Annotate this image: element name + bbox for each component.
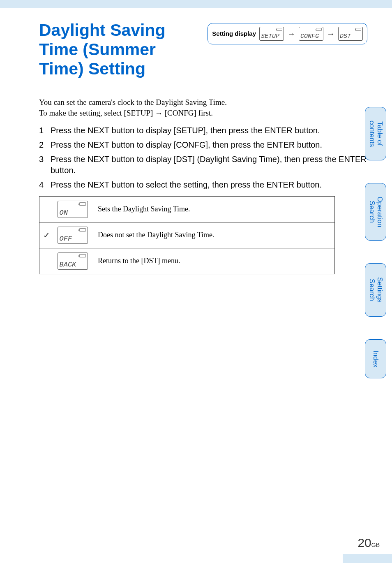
setting-display-label: Setting display <box>212 30 256 37</box>
option-icon-cell: BACK <box>54 248 91 274</box>
lcd-text: CONFG <box>300 33 319 40</box>
step-item: 1Press the NEXT button to display [SETUP… <box>39 125 367 136</box>
step-number: 1 <box>39 125 46 136</box>
lcd-text: SETUP <box>261 33 279 40</box>
battery-icon <box>355 28 361 31</box>
side-tabs: Table of contents Operation Search Setti… <box>365 107 386 378</box>
tab-index[interactable]: Index <box>365 339 386 378</box>
step-item: 3Press the NEXT button to display [DST] … <box>39 154 367 176</box>
options-table: ON Sets the Daylight Saving Time. ✓ OFF … <box>39 196 335 274</box>
page-content: Daylight Saving Time (Summer Time) Setti… <box>0 8 392 274</box>
battery-icon <box>277 28 282 31</box>
lcd-text: ON <box>60 209 68 217</box>
battery-icon <box>79 254 86 257</box>
option-description: Sets the Daylight Saving Time. <box>91 196 335 222</box>
intro-line-2-post: [CONFG] first. <box>163 109 213 117</box>
bottom-accent-bar <box>343 554 392 563</box>
lcd-screen-dst: DST <box>338 27 363 41</box>
option-icon-cell: ON <box>54 196 91 222</box>
battery-icon <box>79 202 86 206</box>
tab-settings-search[interactable]: Settings Search <box>365 263 386 317</box>
lcd-text: DST <box>340 33 351 40</box>
table-row: ✓ OFF Does not set the Daylight Saving T… <box>39 222 335 248</box>
step-number: 3 <box>39 154 46 176</box>
battery-icon <box>79 228 86 232</box>
lcd-text: OFF <box>60 235 72 243</box>
lcd-screen-confg: CONFG <box>299 27 323 41</box>
arrow-right-icon: → <box>155 108 163 119</box>
title-row: Daylight Saving Time (Summer Time) Setti… <box>39 21 367 79</box>
page-number: 20GB <box>357 536 380 550</box>
page-title: Daylight Saving Time (Summer Time) Setti… <box>39 21 195 79</box>
option-description: Does not set the Daylight Saving Time. <box>91 222 335 248</box>
steps-list: 1Press the NEXT button to display [SETUP… <box>39 125 367 190</box>
step-text: Press the NEXT button to display [DST] (… <box>51 154 367 176</box>
intro-line-1: You can set the camera's clock to the Da… <box>39 97 367 108</box>
arrow-right-icon: → <box>287 29 295 39</box>
default-mark <box>39 196 54 222</box>
intro-text: You can set the camera's clock to the Da… <box>39 97 367 118</box>
step-number: 2 <box>39 139 46 151</box>
lcd-text: BACK <box>60 261 76 269</box>
page-number-value: 20 <box>357 536 371 549</box>
arrow-right-icon: → <box>327 29 335 39</box>
battery-icon <box>316 28 322 31</box>
option-icon-cell: OFF <box>54 222 91 248</box>
step-number: 4 <box>39 179 46 190</box>
step-item: 4Press the NEXT button to select the set… <box>39 179 367 190</box>
step-item: 2Press the NEXT button to display [CONFG… <box>39 139 367 151</box>
intro-line-2: To make the setting, select [SETUP] → [C… <box>39 108 367 118</box>
step-text: Press the NEXT button to display [SETUP]… <box>51 125 320 136</box>
option-description: Returns to the [DST] menu. <box>91 248 335 274</box>
intro-line-2-pre: To make the setting, select [SETUP] <box>39 109 155 117</box>
table-row: BACK Returns to the [DST] menu. <box>39 248 335 274</box>
default-mark <box>39 248 54 274</box>
step-text: Press the NEXT button to select the sett… <box>51 179 322 190</box>
setting-display-box: Setting display SETUP → CONFG → DST <box>208 23 367 44</box>
tab-operation-search[interactable]: Operation Search <box>365 183 386 241</box>
top-accent-bar <box>0 0 392 8</box>
lcd-screen-on: ON <box>58 201 88 218</box>
lcd-screen-back: BACK <box>58 253 88 270</box>
tab-table-of-contents[interactable]: Table of contents <box>365 107 386 160</box>
step-text: Press the NEXT button to display [CONFG]… <box>51 139 322 151</box>
lcd-screen-setup: SETUP <box>259 27 284 41</box>
table-row: ON Sets the Daylight Saving Time. <box>39 196 335 222</box>
lcd-screen-off: OFF <box>58 227 88 244</box>
page-number-suffix: GB <box>371 542 380 548</box>
default-mark: ✓ <box>39 222 54 248</box>
